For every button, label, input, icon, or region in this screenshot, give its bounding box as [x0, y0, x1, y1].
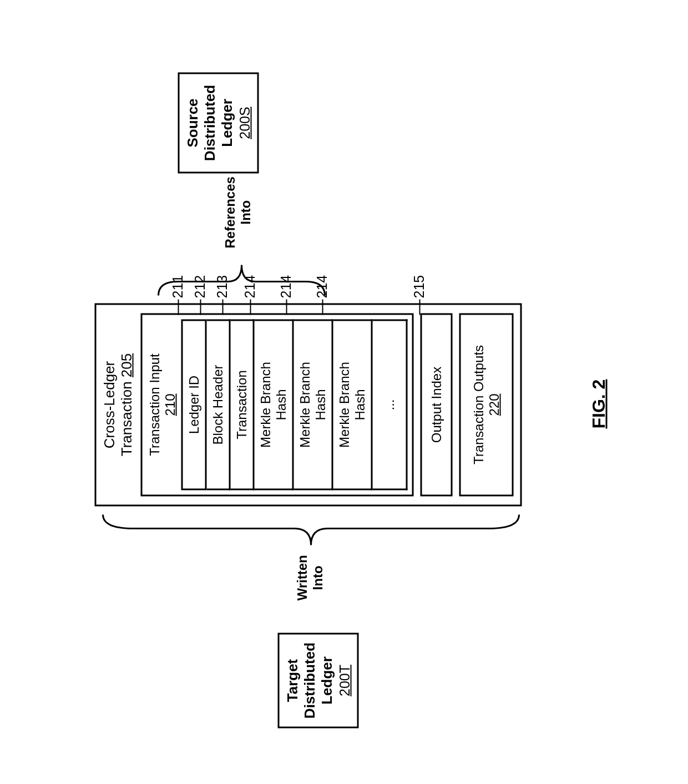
- ref-214c: 214: [314, 275, 330, 299]
- target-line2: Distributed: [301, 639, 318, 722]
- ref-213: 213: [214, 275, 230, 299]
- lead-215: [419, 300, 421, 315]
- ref-212: 212: [192, 275, 208, 299]
- written-into-label: WrittenInto: [295, 555, 326, 600]
- target-line3: Ledger: [318, 639, 336, 722]
- source-line1: Source: [184, 79, 201, 168]
- ledger-id-row: Ledger ID: [181, 320, 207, 490]
- input-title: Transaction Input 210: [147, 320, 178, 490]
- cross-ledger-box: Cross-Ledger Transaction 205 Transaction…: [95, 304, 522, 507]
- brace-left: [100, 512, 522, 551]
- merkle-hash-row-1: Merkle BranchHash: [255, 320, 294, 490]
- block-header-row: Block Header: [207, 320, 231, 490]
- ref-211: 211: [170, 275, 186, 299]
- cross-ledger-title: Cross-Ledger Transaction 205: [97, 305, 135, 505]
- lead-214c: [322, 300, 323, 315]
- ref-214a: 214: [242, 275, 258, 299]
- ref-214b: 214: [278, 275, 294, 299]
- source-line2: Distributed: [201, 79, 219, 168]
- output-index-row: Output Index: [421, 313, 453, 497]
- lead-212: [200, 300, 201, 315]
- source-ledger-box: Source Distributed Ledger 200S: [178, 73, 259, 174]
- source-line3: Ledger: [219, 79, 236, 168]
- ref-215: 215: [411, 275, 427, 299]
- ellipsis-row: ...: [373, 320, 408, 490]
- lead-214b: [286, 300, 287, 315]
- target-num: 200T: [336, 639, 352, 722]
- lead-213: [222, 300, 224, 315]
- merkle-hash-row-2: Merkle BranchHash: [294, 320, 333, 490]
- transaction-outputs-box: Transaction Outputs 220: [459, 313, 514, 497]
- lead-211: [178, 300, 179, 315]
- transaction-row: Transaction: [231, 320, 255, 490]
- lead-214a: [250, 300, 251, 315]
- target-line1: Target: [284, 639, 301, 722]
- merkle-hash-row-3: Merkle BranchHash: [333, 320, 373, 490]
- source-num: 200S: [236, 79, 252, 168]
- references-into-label: ReferencesInto: [222, 176, 254, 248]
- target-ledger-box: Target Distributed Ledger 200T: [278, 633, 359, 729]
- transaction-input-box: Transaction Input 210 Ledger ID Block He…: [141, 313, 414, 497]
- figure-label: FIG. 2: [589, 380, 609, 429]
